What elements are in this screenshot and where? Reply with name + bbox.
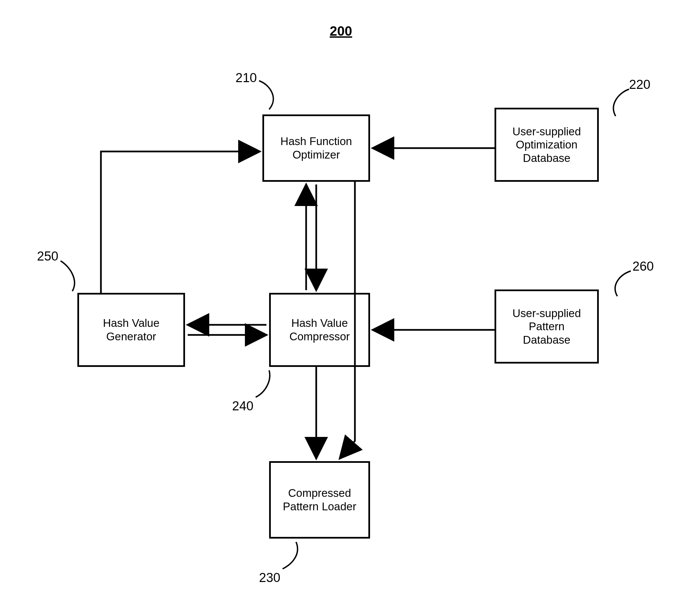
- leader-210: [259, 81, 273, 110]
- leader-220: [614, 89, 629, 116]
- arrow-generator-to-optimizer: [101, 152, 260, 293]
- leader-240: [256, 370, 270, 397]
- box-hash-value-compressor: Hash Value Compressor: [269, 293, 370, 367]
- leader-250: [61, 261, 75, 291]
- leader-260: [615, 271, 631, 296]
- box-user-opt-db: User-supplied Optimization Database: [495, 108, 599, 182]
- figure-number: 200: [330, 23, 352, 39]
- ref-label-250: 250: [37, 249, 58, 264]
- ref-label-240: 240: [232, 399, 253, 413]
- ref-label-220: 220: [629, 77, 650, 92]
- ref-label-260: 260: [632, 259, 654, 274]
- leader-230: [282, 542, 297, 569]
- ref-label-230: 230: [259, 571, 280, 585]
- box-hash-function-optimizer: Hash Function Optimizer: [262, 114, 370, 182]
- box-hash-value-generator: Hash Value Generator: [77, 293, 185, 367]
- box-compressed-pattern-loader: Compressed Pattern Loader: [269, 461, 370, 539]
- box-user-pattern-db: User-supplied Pattern Database: [495, 289, 599, 364]
- ref-label-210: 210: [236, 71, 257, 85]
- diagram-canvas: 200 Hash Function Optimizer User-supplie…: [0, 0, 693, 616]
